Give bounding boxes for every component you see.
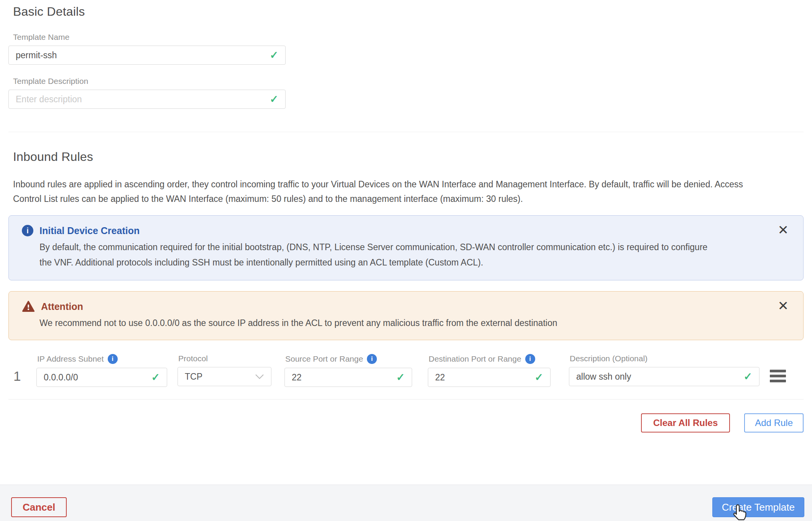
template-name-label: Template Name	[13, 33, 804, 42]
protocol-select[interactable]: TCP	[178, 367, 271, 386]
info-tooltip-icon[interactable]: i	[525, 354, 535, 364]
rule-row: 1 IP Address Subnet i ✓ Protocol TCP	[8, 354, 804, 387]
ip-subnet-column-label: IP Address Subnet i	[37, 354, 167, 364]
footer-action-bar: Cancel Create Template	[0, 485, 812, 521]
info-icon: i	[22, 225, 33, 236]
close-icon[interactable]: ✕	[778, 299, 789, 312]
description-label-text: Description (Optional)	[570, 354, 648, 363]
source-port-input[interactable]	[292, 372, 392, 383]
valid-check-icon: ✓	[270, 94, 278, 105]
rules-actions: Clear All Rules Add Rule	[8, 413, 804, 433]
template-name-field: Template Name ✓	[8, 33, 804, 65]
protocol-label-text: Protocol	[178, 354, 208, 363]
destination-port-input[interactable]	[435, 372, 531, 383]
protocol-column-label: Protocol	[178, 354, 271, 363]
destination-port-input-box: ✓	[428, 368, 551, 387]
template-name-input-box: ✓	[8, 46, 286, 65]
inbound-rules-title: Inbound Rules	[13, 150, 804, 164]
section-divider	[8, 132, 804, 132]
ip-subnet-input-box: ✓	[36, 368, 167, 387]
rule-description-input[interactable]	[576, 372, 740, 382]
basic-details-title: Basic Details	[13, 0, 804, 19]
rule-description-input-box: ✓	[569, 367, 759, 386]
close-icon[interactable]: ✕	[778, 223, 789, 236]
rule-drag-handle-icon[interactable]	[770, 370, 786, 387]
rules-divider	[8, 399, 804, 400]
template-description-label: Template Description	[13, 77, 804, 86]
rule-protocol-field: Protocol TCP	[178, 354, 271, 387]
rule-index: 1	[8, 369, 36, 387]
template-description-input-box: ✓	[8, 90, 286, 109]
info-alert-header: i Initial Device Creation	[22, 225, 757, 236]
cancel-button[interactable]: Cancel	[11, 497, 67, 517]
create-template-button[interactable]: Create Template	[712, 497, 804, 517]
destination-port-column-label: Destination Port or Range i	[429, 354, 551, 364]
source-port-label-text: Source Port or Range	[285, 354, 363, 364]
hamburger-bar	[770, 380, 786, 382]
clear-all-rules-button[interactable]: Clear All Rules	[641, 413, 730, 433]
valid-check-icon: ✓	[743, 372, 752, 382]
info-tooltip-icon[interactable]: i	[367, 354, 377, 364]
source-port-input-box: ✓	[284, 368, 412, 387]
warning-alert-title: Attention	[41, 301, 83, 312]
valid-check-icon: ✓	[534, 372, 543, 383]
info-tooltip-icon[interactable]: i	[108, 354, 118, 364]
rule-ip-subnet-field: IP Address Subnet i ✓	[36, 354, 167, 387]
chevron-down-icon	[255, 374, 264, 379]
protocol-selected-value: TCP	[185, 372, 202, 382]
ip-subnet-label-text: IP Address Subnet	[37, 354, 104, 364]
add-rule-button[interactable]: Add Rule	[744, 413, 804, 433]
valid-check-icon: ✓	[396, 372, 405, 383]
source-port-column-label: Source Port or Range i	[285, 354, 412, 364]
warning-alert-body: We recommend not to use 0.0.0.0/0 as the…	[39, 315, 757, 331]
info-alert-title: Initial Device Creation	[39, 225, 140, 236]
template-name-input[interactable]	[16, 50, 266, 61]
template-description-input[interactable]	[16, 94, 266, 105]
create-acl-template-page: Basic Details Template Name ✓ Template D…	[0, 0, 812, 521]
attention-alert: Attention We recommend not to use 0.0.0.…	[8, 291, 804, 340]
hamburger-bar	[770, 370, 786, 372]
warning-alert-header: Attention	[22, 301, 757, 312]
warning-icon	[22, 301, 35, 312]
inbound-rules-description: Inbound rules are applied in ascending o…	[13, 177, 743, 206]
rule-source-port-field: Source Port or Range i ✓	[284, 354, 412, 387]
info-alert-body: By default, the communication required f…	[39, 239, 714, 270]
valid-check-icon: ✓	[151, 372, 160, 383]
form-content: Basic Details Template Name ✓ Template D…	[0, 0, 812, 433]
template-description-field: Template Description ✓	[8, 77, 804, 109]
initial-device-creation-alert: i Initial Device Creation By default, th…	[8, 215, 804, 280]
rule-description-field: Description (Optional) ✓	[569, 354, 759, 387]
ip-subnet-input[interactable]	[44, 372, 147, 383]
rule-destination-port-field: Destination Port or Range i ✓	[428, 354, 551, 387]
hamburger-bar	[770, 375, 786, 377]
valid-check-icon: ✓	[270, 50, 278, 61]
destination-port-label-text: Destination Port or Range	[429, 354, 521, 364]
description-column-label: Description (Optional)	[570, 354, 759, 363]
